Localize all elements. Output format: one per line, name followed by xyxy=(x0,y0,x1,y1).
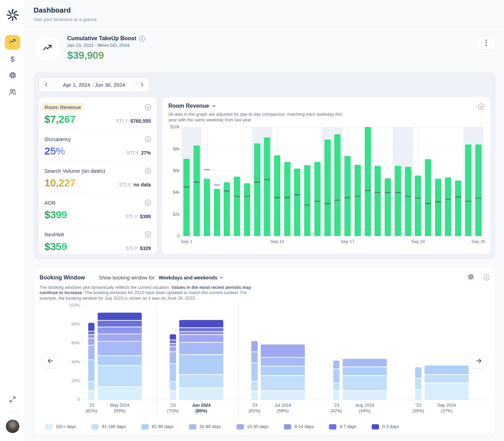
stat-label: ADR xyxy=(44,199,56,207)
kpi-stats-card: Room Revenue i $7,267 STLY:$760,555 Occu… xyxy=(39,97,156,254)
stly-marker xyxy=(374,192,381,193)
user-avatar[interactable] xyxy=(6,419,20,433)
info-icon[interactable]: i xyxy=(478,104,484,109)
revenue-bar[interactable] xyxy=(214,189,220,236)
segment-181-days xyxy=(88,391,94,400)
legend-swatch xyxy=(284,424,291,429)
revenue-bar[interactable] xyxy=(304,165,310,236)
info-icon[interactable]: i xyxy=(145,168,151,174)
room-revenue-metric-dropdown[interactable]: Room Revenue xyxy=(168,103,483,109)
revenue-bar[interactable] xyxy=(374,166,381,236)
stat-label: RevPAR xyxy=(44,230,64,239)
segment-31-60-days xyxy=(88,346,94,360)
month-label: Jun 2024(85%) xyxy=(192,403,211,414)
booking-settings-button[interactable] xyxy=(467,273,475,282)
revenue-bar[interactable] xyxy=(294,169,300,236)
previous-period-button[interactable] xyxy=(39,78,54,91)
revenue-bar[interactable] xyxy=(324,140,331,236)
revenue-bar[interactable] xyxy=(445,177,451,236)
sidebar-item-dashboard[interactable] xyxy=(5,35,20,50)
x-tick-label: Sep 1 xyxy=(181,239,192,244)
users-icon xyxy=(8,88,17,98)
stly-marker xyxy=(224,190,230,192)
info-icon[interactable]: i xyxy=(145,104,151,110)
stacked-bar[interactable] xyxy=(343,305,387,400)
segment-4-7-days xyxy=(179,328,223,331)
sidebar-item-users[interactable] xyxy=(5,85,20,100)
revenue-bar[interactable] xyxy=(204,179,210,236)
sidebar-item-revenue[interactable]: $ xyxy=(5,52,20,66)
booking-next-button[interactable] xyxy=(470,353,488,369)
revenue-bar[interactable] xyxy=(415,176,421,236)
booking-filter-dropdown[interactable]: Weekdays and weekends xyxy=(159,275,224,280)
revenue-bar[interactable] xyxy=(385,178,391,236)
next-period-button[interactable] xyxy=(135,78,149,91)
revenue-bar[interactable] xyxy=(455,180,461,236)
stacked-bar[interactable] xyxy=(179,305,223,400)
stacked-bar[interactable] xyxy=(98,305,142,400)
sidebar: $ xyxy=(0,0,25,441)
revenue-bar[interactable] xyxy=(405,167,411,236)
revenue-bar[interactable] xyxy=(194,145,200,236)
stacked-bar[interactable] xyxy=(261,305,305,400)
group-separator xyxy=(157,305,157,418)
revenue-bar[interactable] xyxy=(365,127,371,236)
revenue-bar[interactable] xyxy=(183,159,190,236)
expand-sidebar-button[interactable] xyxy=(6,393,20,407)
revenue-bar[interactable] xyxy=(395,166,401,236)
period-range-label[interactable]: Apr 1, 2024 - Jun 30, 2024 xyxy=(54,78,135,91)
stly-marker xyxy=(405,196,411,197)
revenue-bar[interactable] xyxy=(314,162,321,236)
stly-marker xyxy=(294,194,300,195)
info-icon[interactable]: i xyxy=(139,36,145,42)
stacked-bar[interactable] xyxy=(251,305,258,400)
legend-item: 15-30 days xyxy=(237,424,269,429)
revenue-plot-area xyxy=(182,127,483,236)
legend-label: 181+ days xyxy=(56,424,76,429)
stacked-bar[interactable] xyxy=(415,305,421,400)
segment-61-90-days xyxy=(425,365,469,374)
revenue-bar[interactable] xyxy=(355,165,361,236)
legend-label: 31-60 days xyxy=(200,424,221,429)
revenue-bar[interactable] xyxy=(334,134,341,236)
x-tick-label: Sep 30 xyxy=(471,239,485,244)
revenue-bar[interactable] xyxy=(344,156,351,236)
info-icon[interactable]: i xyxy=(145,136,151,142)
revenue-bar[interactable] xyxy=(244,183,250,236)
prev-year-label: '23(42%) xyxy=(330,403,342,414)
stacked-bar[interactable] xyxy=(425,305,469,400)
segment-61-90-days xyxy=(88,360,94,381)
revenue-bar[interactable] xyxy=(274,155,280,236)
stacked-bar[interactable] xyxy=(88,305,94,400)
info-icon[interactable]: i xyxy=(145,232,151,237)
revenue-bar[interactable] xyxy=(465,144,471,236)
stat-stly: STLY:$389 xyxy=(126,214,151,219)
revenue-bar[interactable] xyxy=(254,143,260,236)
y-tick-label: 20% xyxy=(71,378,83,383)
sidebar-item-settings[interactable] xyxy=(5,69,20,83)
revenue-bar[interactable] xyxy=(234,177,240,236)
chevron-down-icon xyxy=(219,275,224,280)
revenue-bar[interactable] xyxy=(435,179,441,236)
expand-icon xyxy=(9,396,16,405)
stly-marker xyxy=(475,198,482,199)
info-icon[interactable]: i xyxy=(145,200,151,206)
stly-marker xyxy=(194,182,200,183)
legend-swatch xyxy=(329,424,336,429)
legend-swatch xyxy=(372,424,379,429)
revenue-bar[interactable] xyxy=(284,162,290,236)
revenue-bar[interactable] xyxy=(425,159,431,236)
segment-0-3-days xyxy=(88,323,94,330)
revenue-bar[interactable] xyxy=(264,137,270,236)
info-icon[interactable]: i xyxy=(484,275,490,280)
boost-value: $39,909 xyxy=(67,49,145,61)
revenue-bar[interactable] xyxy=(475,144,482,236)
legend-label: 61-90 days xyxy=(152,424,174,429)
stacked-bar[interactable] xyxy=(170,305,176,400)
stly-marker xyxy=(435,201,441,202)
boost-menu-button[interactable] xyxy=(476,36,496,50)
stacked-bar[interactable] xyxy=(333,305,340,400)
booking-prev-button[interactable] xyxy=(41,353,59,369)
stly-marker xyxy=(445,199,451,200)
stat-row-revpar: RevPAR i $359 STLY:$329 xyxy=(44,226,151,257)
